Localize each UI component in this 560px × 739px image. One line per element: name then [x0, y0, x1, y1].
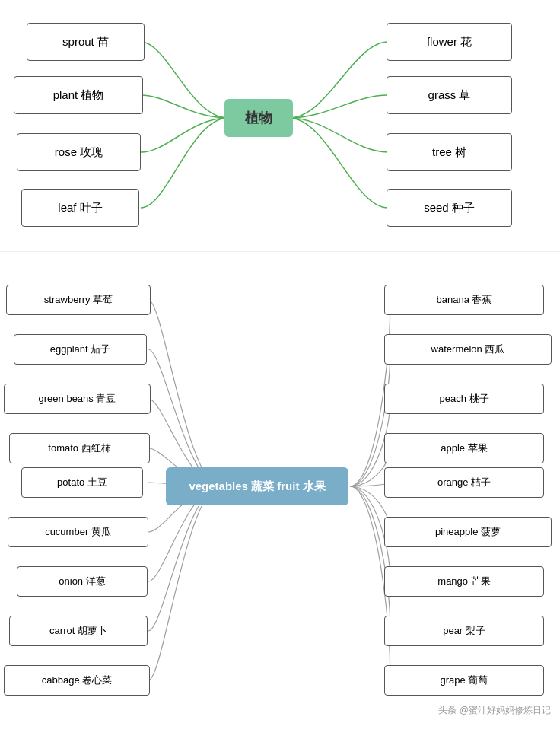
node-sprout: sprout 苗	[27, 23, 145, 61]
plants-section: 植物 sprout 苗 plant 植物 rose 玫瑰 leaf 叶子 flo…	[0, 0, 560, 244]
node-eggplant: eggplant 茄子	[14, 334, 147, 365]
node-flower: flower 花	[387, 23, 512, 61]
plants-center-node: 植物	[224, 99, 293, 137]
veggies-section: vegetables 蔬菜 fruit 水果 strawberry 草莓 egg…	[0, 251, 560, 723]
page-container: 植物 sprout 苗 plant 植物 rose 玫瑰 leaf 叶子 flo…	[0, 0, 560, 723]
node-seed: seed 种子	[387, 189, 512, 227]
node-strawberry: strawberry 草莓	[6, 285, 151, 315]
node-pear: pear 梨子	[384, 616, 544, 646]
watermark: 头条 @蜜汁好妈妈修炼日记	[438, 704, 551, 717]
node-banana: banana 香蕉	[384, 285, 544, 315]
node-apple: apple 苹果	[384, 433, 544, 463]
node-rose: rose 玫瑰	[17, 133, 141, 171]
node-peach: peach 桃子	[384, 384, 544, 414]
node-orange: orange 桔子	[384, 467, 544, 498]
node-pineapple: pineapple 菠萝	[384, 517, 552, 547]
node-carrot: carrot 胡萝卜	[9, 616, 148, 646]
node-plant: plant 植物	[14, 76, 143, 114]
node-tomato: tomato 西红柿	[9, 433, 150, 463]
node-grape: grape 葡萄	[384, 665, 544, 696]
node-mango: mango 芒果	[384, 566, 544, 597]
node-onion: onion 洋葱	[17, 566, 148, 597]
node-grass: grass 草	[387, 76, 512, 114]
node-cabbage: cabbage 卷心菜	[4, 665, 150, 696]
node-watermelon: watermelon 西瓜	[384, 334, 552, 365]
node-tree: tree 树	[387, 133, 512, 171]
node-potato: potato 土豆	[21, 467, 143, 498]
node-greenbeans: green beans 青豆	[4, 384, 151, 414]
veggies-center-node: vegetables 蔬菜 fruit 水果	[166, 467, 348, 505]
node-cucumber: cucumber 黄瓜	[8, 517, 148, 547]
node-leaf: leaf 叶子	[21, 189, 139, 227]
